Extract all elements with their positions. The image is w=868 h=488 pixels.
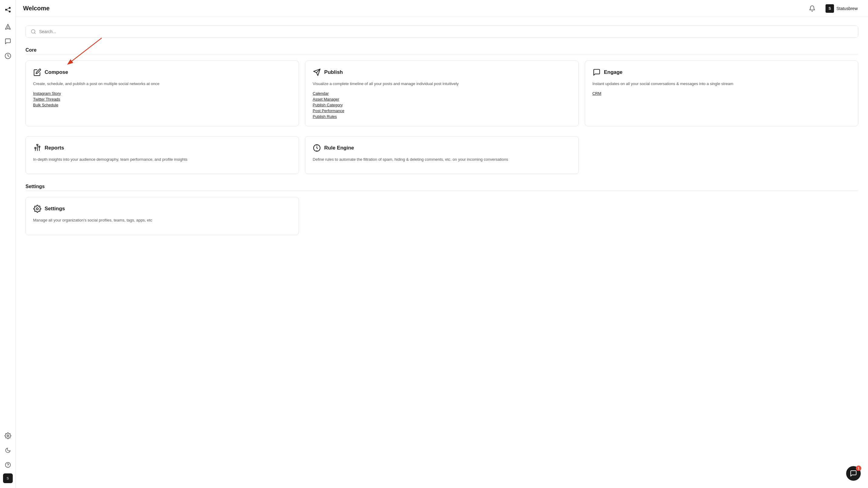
publish-card-header: Publish — [313, 68, 571, 77]
sidebar-help-button[interactable] — [2, 459, 14, 471]
chat-bubble[interactable]: 1 — [846, 466, 861, 481]
publish-card-links: Calendar Asset Manager Publish Category … — [313, 91, 571, 119]
core-cards-row1: Compose Create, schedule, and publish a … — [26, 60, 858, 126]
core-cards-row2: Reports In-depth insights into your audi… — [26, 136, 858, 174]
engage-link-crm[interactable]: CRM — [592, 91, 851, 96]
publish-card[interactable]: Publish Visualize a complete timeline of… — [305, 60, 579, 126]
reports-card[interactable]: Reports In-depth insights into your audi… — [26, 136, 299, 174]
search-icon — [31, 29, 36, 34]
engage-card[interactable]: Engage Instant updates on all your socia… — [585, 60, 858, 126]
compose-link-bulk[interactable]: Bulk Schedule — [33, 103, 291, 107]
settings-cards: Settings Manage all your organization's … — [26, 197, 858, 235]
svg-point-2 — [9, 11, 11, 12]
rule-engine-card-title: Rule Engine — [324, 145, 354, 151]
settings-card-desc: Manage all your organization's social pr… — [33, 217, 291, 223]
sidebar-item-inbox[interactable] — [2, 35, 14, 48]
settings-card-header: Settings — [33, 204, 291, 213]
engage-card-links: CRM — [592, 91, 851, 96]
engage-icon — [592, 68, 601, 77]
notifications-button[interactable] — [807, 3, 817, 14]
compose-icon — [33, 68, 41, 77]
sidebar: S — [0, 0, 16, 488]
publish-card-title: Publish — [324, 69, 343, 75]
core-section: Core Compose Create, sche — [26, 48, 858, 174]
settings-section: Settings Settings Manage all your organi… — [26, 184, 858, 235]
publish-icon — [313, 68, 321, 77]
engage-card-title: Engage — [604, 69, 622, 75]
content-area: Core Compose Create, sche — [16, 17, 868, 488]
sidebar-item-compose[interactable] — [2, 21, 14, 33]
brand-icon-text: S — [829, 6, 831, 11]
settings-card[interactable]: Settings Manage all your organization's … — [26, 197, 299, 235]
rule-engine-icon — [313, 144, 321, 152]
compose-card-title: Compose — [44, 69, 68, 75]
svg-point-19 — [37, 144, 38, 145]
publish-link-performance[interactable]: Post Performance — [313, 109, 571, 113]
compose-link-instagram[interactable]: Instagram Story — [33, 91, 291, 96]
svg-line-10 — [34, 32, 35, 33]
rule-engine-card-header: Rule Engine — [313, 144, 571, 152]
compose-link-twitter[interactable]: Twitter Threads — [33, 97, 291, 102]
compose-card-header: Compose — [33, 68, 291, 77]
sidebar-brand-box[interactable]: S — [3, 473, 13, 483]
sidebar-brand-icon-text: S — [7, 477, 9, 480]
search-bar[interactable] — [26, 26, 858, 38]
search-input[interactable] — [39, 29, 853, 34]
brand-label: Statusbrew — [836, 6, 858, 11]
header: Welcome S Statusbrew — [16, 0, 868, 17]
chat-icon — [850, 470, 857, 477]
sidebar-item-reports[interactable] — [2, 50, 14, 62]
compose-card[interactable]: Compose Create, schedule, and publish a … — [26, 60, 299, 126]
main-area: Welcome S Statusbrew — [16, 0, 868, 488]
svg-point-24 — [36, 208, 38, 210]
svg-point-18 — [38, 146, 40, 147]
rule-engine-card[interactable]: Rule Engine Define rules to automate the… — [305, 136, 579, 174]
page-title: Welcome — [23, 5, 50, 12]
publish-link-asset[interactable]: Asset Manager — [313, 97, 571, 102]
sidebar-item-settings[interactable] — [2, 430, 14, 442]
chat-badge: 1 — [856, 465, 861, 471]
engage-card-header: Engage — [592, 68, 851, 77]
reports-card-header: Reports — [33, 144, 291, 152]
core-section-title: Core — [26, 48, 858, 53]
settings-icon — [33, 204, 41, 213]
reports-icon — [33, 144, 41, 152]
reports-card-desc: In-depth insights into your audience dem… — [33, 156, 291, 163]
settings-divider — [26, 191, 858, 191]
svg-point-6 — [7, 435, 9, 437]
publish-link-rules[interactable]: Publish Rules — [313, 114, 571, 119]
sidebar-dark-mode-toggle[interactable] — [2, 444, 14, 456]
publish-link-calendar[interactable]: Calendar — [313, 91, 571, 96]
svg-point-1 — [9, 7, 11, 9]
svg-point-0 — [5, 9, 7, 11]
logo[interactable] — [3, 5, 13, 15]
compose-card-desc: Create, schedule, and publish a post on … — [33, 81, 291, 87]
settings-section-title: Settings — [26, 184, 858, 189]
svg-line-3 — [7, 8, 9, 9]
reports-card-title: Reports — [44, 145, 64, 151]
rule-engine-card-desc: Define rules to automate the filtration … — [313, 156, 571, 163]
settings-card-title: Settings — [44, 206, 65, 212]
svg-point-20 — [35, 147, 36, 148]
header-right: S Statusbrew — [807, 3, 861, 14]
core-divider — [26, 54, 858, 54]
publish-link-category[interactable]: Publish Category — [313, 103, 571, 107]
engage-card-desc: Instant updates on all your social conve… — [592, 81, 851, 87]
svg-line-4 — [7, 10, 9, 11]
publish-card-desc: Visualize a complete timeline of all you… — [313, 81, 571, 87]
brand-menu[interactable]: S Statusbrew — [823, 3, 861, 14]
compose-card-links: Instagram Story Twitter Threads Bulk Sch… — [33, 91, 291, 107]
brand-icon: S — [826, 4, 834, 13]
